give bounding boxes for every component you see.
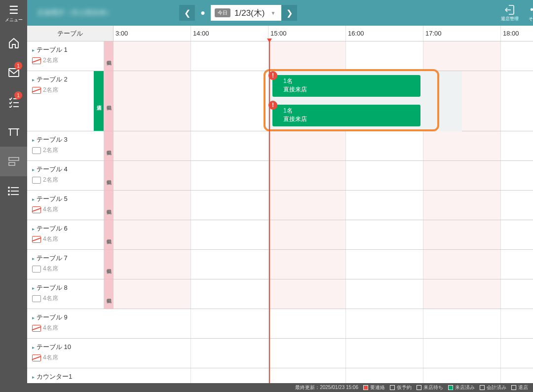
now-line [269,41,270,383]
seat-count: 4名席 [43,205,58,214]
list-icon[interactable] [0,176,27,206]
sidebar: ☰ メニュー 1 1 [0,0,27,392]
hamburger-icon: ☰ [5,5,23,16]
row-lanes[interactable] [114,220,533,249]
dropdown-icon: ▼ [268,10,277,16]
time-header-cell: 14:00 [191,26,268,41]
reservation-label: 直接来店 [283,85,416,94]
other-button[interactable]: ••• その他 [524,4,533,22]
svg-rect-7 [9,157,19,160]
table-name: テーブル 4 [32,165,99,174]
row-lanes[interactable] [114,161,533,190]
table-name: テーブル 9 [32,313,99,322]
row-lanes[interactable] [114,41,533,71]
row-lanes[interactable] [114,131,533,160]
table-name: テーブル 6 [32,224,99,233]
seat-count: 2名席 [43,146,58,155]
today-pill[interactable]: 今日 [215,8,230,17]
seat-icon [32,266,41,273]
shop-name[interactable]: 店舗選択（非公開名称） [31,8,164,17]
row-label: テーブル 104名席 [27,339,104,368]
checklist-icon[interactable]: 1 [0,87,27,117]
layout-icon[interactable] [0,147,27,176]
row-label: カウンター1 [27,368,104,385]
seat-count: 4名席 [43,235,58,243]
dots-icon: ••• [530,4,533,16]
exit-icon [504,4,515,16]
table-row[interactable]: テーブル 12名席掲載中 [27,41,533,71]
row-lanes[interactable] [114,368,533,385]
listing-status: 掲載中 [104,131,114,160]
time-header-cell: 15:00 [268,26,346,41]
grid-body[interactable]: テーブル 12名席掲載中テーブル 22名席来店済掲載中!1名直接来店!1名直接来… [27,41,533,392]
row-lanes[interactable] [114,279,533,309]
row-label: テーブル 42名席 [27,161,104,190]
seat-count: 4名席 [43,294,58,303]
schedule-grid: テーブル 3:0014:0015:0016:0017:0018:00 テーブル … [27,26,533,392]
row-label: テーブル 32名席 [27,131,104,160]
date-picker[interactable]: 今日 1/23(木) ▼ [211,5,281,21]
listing-status: 掲載中 [104,161,114,190]
table-row[interactable]: テーブル 54名席掲載中 [27,191,533,220]
table-row[interactable]: テーブル 32名席掲載中 [27,131,533,161]
seat-icon [32,147,41,154]
next-day-button[interactable]: ❯ [281,5,297,21]
legend-item: 会計済み [480,384,506,391]
table-name: テーブル 3 [32,135,99,144]
table-row[interactable]: テーブル 104名席 [27,339,533,368]
table-name: テーブル 5 [32,195,99,203]
header-corner: テーブル [27,26,114,41]
last-updated: 最終更新：2025/01/23 15:06 [295,384,358,391]
row-label: テーブル 54名席 [27,191,104,220]
prev-day-button[interactable]: ❮ [179,5,195,21]
mail-icon[interactable]: 1 [0,58,27,87]
row-lanes[interactable]: !1名直接来店!1名直接来店 [114,71,533,131]
row-lanes[interactable] [114,309,533,338]
svg-point-13 [8,191,9,192]
svg-point-14 [8,194,9,195]
time-header-cell: 3:00 [114,26,191,41]
table-row[interactable]: テーブル 74名席掲載中 [27,250,533,279]
row-label: テーブル 12名席 [27,41,104,71]
mail-badge: 1 [14,62,22,70]
row-lanes[interactable] [114,191,533,220]
table-name: カウンター1 [32,372,99,381]
table-row[interactable]: テーブル 42名席掲載中 [27,161,533,191]
seat-icon [32,177,41,184]
time-header-cell: 18:00 [501,26,533,41]
table-row[interactable]: テーブル 94名席 [27,309,533,339]
table-row[interactable]: テーブル 22名席来店済掲載中!1名直接来店!1名直接来店 [27,71,533,131]
reservation-block[interactable]: !1名直接来店 [272,105,420,126]
seat-icon [32,206,41,213]
row-label: テーブル 22名席 [27,71,94,131]
legend-item: 来店待ち [417,384,443,391]
seat-icon [32,354,41,361]
date-nav: ❮ ● 今日 1/23(木) ▼ ❯ [179,5,297,21]
time-header-cell: 16:00 [346,26,423,41]
listing-status: 掲載中 [104,71,114,131]
table-icon[interactable] [0,117,27,147]
seat-count: 2名席 [43,176,58,184]
dot-indicator: ● [195,5,211,21]
svg-point-12 [8,187,9,188]
table-name: テーブル 7 [32,254,99,263]
exit-manage-button[interactable]: 退店管理 [496,4,524,22]
reservation-block[interactable]: !1名直接来店 [272,75,420,97]
row-lanes[interactable] [114,250,533,279]
seat-count: 4名席 [43,265,58,273]
guest-count: 1名 [283,77,416,85]
table-row[interactable]: テーブル 84名席掲載中 [27,279,533,309]
row-label: テーブル 94名席 [27,309,104,338]
svg-rect-0 [9,69,19,77]
menu-label: メニュー [5,17,23,23]
seat-icon [32,295,41,302]
table-row[interactable]: テーブル 64名席掲載中 [27,220,533,250]
seat-count: 4名席 [43,353,58,362]
seat-icon [32,87,41,94]
row-lanes[interactable] [114,339,533,368]
seat-count: 2名席 [43,56,58,65]
menu-button[interactable]: ☰ メニュー [5,0,23,28]
topbar: 店舗選択（非公開名称） ❮ ● 今日 1/23(木) ▼ ❯ 退店管理 ••• … [27,0,533,26]
check-badge: 1 [14,91,22,99]
home-icon[interactable] [0,28,27,58]
